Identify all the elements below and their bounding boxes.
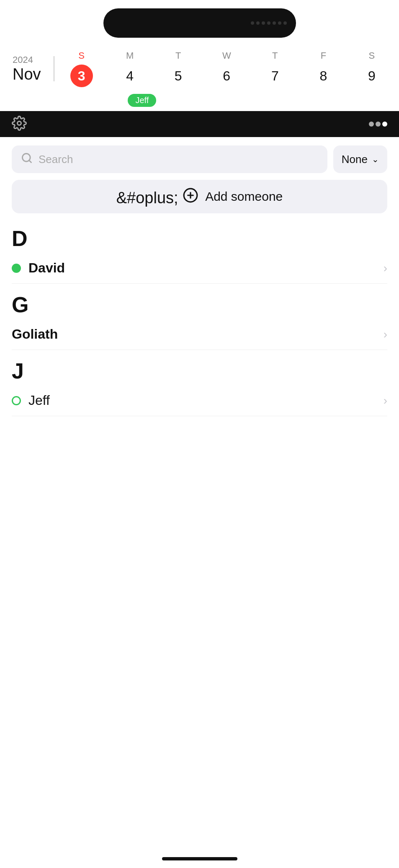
person-row-goliath[interactable]: Goliath ›: [12, 319, 387, 350]
status-dot-jeff: [12, 396, 21, 405]
person-name-goliath: Goliath: [12, 326, 58, 342]
day-col-tue[interactable]: T 5: [164, 50, 193, 87]
people-icon[interactable]: [369, 122, 387, 127]
event-indicator-5: [300, 94, 329, 107]
event-indicator-0: [13, 94, 42, 107]
year-label: 2024: [13, 54, 41, 65]
section-letter-g: G: [12, 292, 387, 317]
search-filter-bar: Search None ⌄: [0, 137, 399, 180]
event-badge-jeff: Jeff: [128, 94, 156, 107]
day-number-8: 8: [312, 65, 335, 87]
calendar-header: 2024 Nov S 3 M 4 T 5: [13, 50, 386, 87]
event-indicator-3: [185, 94, 214, 107]
dark-bar: [0, 111, 399, 137]
people-list: D David › G Goliath › J Jeff ›: [0, 226, 399, 416]
day-name-wed: W: [222, 50, 231, 61]
person-row-david[interactable]: David ›: [12, 253, 387, 284]
home-indicator: [162, 857, 237, 860]
year-month: 2024 Nov: [13, 54, 41, 83]
day-col-mon[interactable]: M 4: [115, 50, 144, 87]
day-name-sun: S: [78, 50, 85, 61]
day-name-sat: S: [369, 50, 375, 61]
people-dot-3: [382, 122, 387, 127]
chevron-right-goliath: ›: [384, 328, 387, 341]
search-placeholder: Search: [39, 153, 73, 166]
island-dot-5: [273, 21, 276, 25]
day-name-thu: T: [272, 50, 278, 61]
day-name-tue: T: [175, 50, 181, 61]
day-col-fri[interactable]: F 8: [309, 50, 338, 87]
gear-icon[interactable]: [12, 116, 27, 132]
add-circle-icon: &#oplus;: [116, 187, 198, 206]
event-indicator-1: [70, 94, 99, 107]
day-number-7: 7: [264, 65, 286, 87]
event-indicator-4: [242, 94, 272, 107]
add-someone-button[interactable]: &#oplus; Add someone: [12, 180, 387, 213]
person-left-goliath: Goliath: [12, 326, 58, 342]
chevron-right-david: ›: [384, 262, 387, 275]
search-box[interactable]: Search: [12, 145, 327, 173]
island-dot-3: [262, 21, 265, 25]
section-letter-d: D: [12, 226, 387, 251]
island-dot-1: [251, 21, 254, 25]
chevron-right-jeff: ›: [384, 394, 387, 407]
person-name-david: David: [28, 260, 65, 276]
phone-container: 2024 Nov S 3 M 4 T 5: [0, 0, 399, 868]
dynamic-island: [103, 8, 296, 38]
day-number-6: 6: [215, 65, 238, 87]
island-dot-2: [256, 21, 260, 25]
status-dot-david: [12, 264, 21, 273]
filter-dropdown[interactable]: None ⌄: [333, 145, 387, 173]
svg-line-2: [29, 160, 31, 162]
search-icon: [21, 152, 33, 167]
day-name-mon: M: [126, 50, 134, 61]
day-col-sun[interactable]: S 3: [67, 50, 96, 87]
people-dot-1: [369, 122, 374, 127]
people-dot-2: [376, 122, 381, 127]
island-dot-7: [283, 21, 287, 25]
island-dot-4: [267, 21, 270, 25]
day-col-sat[interactable]: S 9: [357, 50, 386, 87]
calendar-events-row: Jeff: [13, 94, 386, 107]
add-someone-label: Add someone: [205, 189, 283, 204]
day-number-4: 4: [118, 65, 141, 87]
island-dot-6: [278, 21, 281, 25]
filter-label: None: [342, 153, 368, 166]
day-number-9: 9: [360, 65, 383, 87]
day-col-thu[interactable]: T 7: [260, 50, 290, 87]
chevron-down-icon: ⌄: [372, 154, 379, 164]
person-left-jeff: Jeff: [12, 393, 50, 408]
day-number-5: 5: [167, 65, 190, 87]
event-indicator-2[interactable]: Jeff: [127, 94, 157, 107]
section-letter-j: J: [12, 358, 387, 383]
calendar-divider: [54, 56, 54, 81]
person-name-jeff: Jeff: [28, 393, 50, 408]
person-row-jeff[interactable]: Jeff ›: [12, 385, 387, 416]
status-bar: [0, 0, 399, 42]
svg-point-0: [18, 122, 21, 125]
day-col-wed[interactable]: W 6: [212, 50, 241, 87]
event-indicator-6: [357, 94, 386, 107]
days-of-week: S 3 M 4 T 5 W 6: [67, 50, 386, 87]
day-name-fri: F: [321, 50, 326, 61]
month-label: Nov: [13, 65, 41, 83]
person-left-david: David: [12, 260, 65, 276]
calendar-section: 2024 Nov S 3 M 4 T 5: [0, 42, 399, 111]
day-number-3: 3: [70, 65, 93, 87]
